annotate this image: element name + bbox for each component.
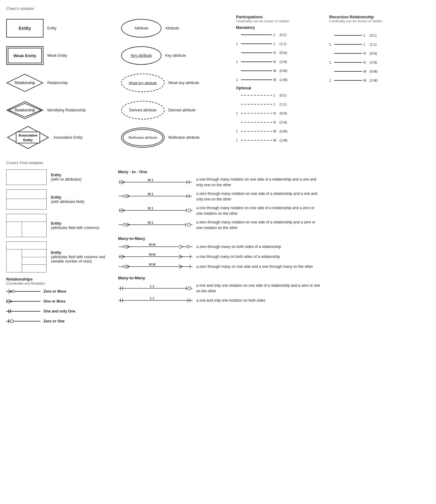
- svg-point-10: [12, 290, 15, 293]
- mandatory-label: Mandatory: [236, 25, 326, 30]
- mand-4: M (0:M): [236, 67, 326, 74]
- key-attribute-shape: Key attribute: [121, 46, 161, 65]
- mto-title: Many - to - One: [118, 169, 430, 174]
- oto-row-0: 1:1 a one and only one notation on one s…: [118, 283, 430, 294]
- cf-entity-no-attrs: Entity (with no attributes): [6, 169, 115, 185]
- recursive-title: Recursive Relationship: [329, 15, 416, 19]
- svg-line-36: [126, 194, 130, 196]
- mtm-desc-0: a zero through many on both sides of a r…: [196, 244, 281, 250]
- mto-desc-2: a one through many notation on one side …: [196, 205, 320, 216]
- chens-title: Chen's notation: [6, 6, 430, 11]
- svg-line-78: [121, 255, 125, 257]
- cf-entity-cols: Entity (attributes field with columns): [6, 214, 115, 237]
- mto-desc-1: a zero through many notation on one side…: [196, 191, 320, 202]
- associative-row: Associative Entity Associative Entity: [6, 124, 121, 151]
- zero-or-one-symbol: [6, 318, 40, 324]
- mtm-row-0: M:M a zero through many on both sides of…: [118, 243, 430, 250]
- crows-section: Crow's Foot notation Entity (with no att…: [6, 160, 430, 328]
- zero-or-one-label: Zero or One: [43, 319, 65, 323]
- opt-5: 1 M (1:M): [236, 137, 326, 144]
- cf-entity-varrows-desc: Entity (attributes field with columns an…: [51, 250, 115, 263]
- svg-text:M:M: M:M: [149, 253, 155, 256]
- one-or-more-symbol: [6, 298, 40, 304]
- mto-line-1: M:1: [118, 193, 193, 200]
- mtm-row-2: M:M a zero through many on one side and …: [118, 263, 430, 270]
- multivalue-row: Multivalue attribute Multivalue attribut…: [121, 124, 233, 151]
- entity-desc: Entity: [47, 26, 57, 30]
- zero-or-one: Zero or One: [6, 318, 115, 324]
- svg-text:M:1: M:1: [148, 207, 153, 210]
- attribute-desc: Attribute: [165, 26, 179, 30]
- crows-left: Entity (with no attributes) Entity (with…: [6, 169, 115, 328]
- cf-entity-no-attrs-desc: Entity (with no attributes): [51, 173, 82, 182]
- mand-3: 1 N (1:N): [236, 58, 326, 65]
- key-attribute-label: Key attribute: [131, 53, 152, 58]
- cf-entity-attrs: Entity (with attributes field): [6, 189, 115, 209]
- svg-line-57: [126, 225, 130, 227]
- svg-point-51: [188, 209, 191, 212]
- oto-desc-1: a one and only one notation on both side…: [196, 298, 266, 303]
- many-to-many-block: Many-to-Many M:M: [118, 236, 430, 270]
- mto-line-2: M:1: [118, 207, 193, 215]
- chens-attrs-col: Attribute Attribute Key attribute Key at…: [121, 15, 233, 151]
- opt-2: 1 N (0:N): [236, 110, 326, 117]
- svg-line-73: [179, 247, 183, 249]
- svg-text:M:M: M:M: [149, 263, 155, 266]
- chens-section: Chen's notation Entity Entity Weak Entit…: [6, 6, 430, 151]
- oto-title: Many-to-Many: [118, 276, 430, 280]
- relationships-section: Relationships (Cardinality and Modality)…: [6, 277, 115, 324]
- identifying-rel-row: Relationship Identifying Relationship: [6, 97, 121, 124]
- mtm-line-0: M:M: [118, 243, 193, 250]
- svg-text:Relationship: Relationship: [15, 81, 35, 85]
- cf-entity-cols-shape: [6, 214, 47, 237]
- recursive-sub: Cardinality can be shown or hidden: [329, 19, 416, 23]
- rec-2: N (0:N): [329, 50, 416, 57]
- weak-key-desc: Weak key attribute: [168, 81, 199, 85]
- key-attribute-row: Key attribute Key attribute: [121, 42, 233, 69]
- weak-entity-label: Weak Entity: [13, 53, 36, 58]
- svg-point-34: [123, 195, 125, 197]
- svg-text:1:1: 1:1: [150, 297, 154, 300]
- svg-line-85: [179, 257, 183, 259]
- mto-line-3: M:1: [118, 221, 193, 229]
- svg-line-25: [121, 180, 125, 182]
- svg-point-62: [187, 223, 190, 226]
- mtm-line-1: M:M: [118, 253, 193, 260]
- svg-point-105: [188, 287, 191, 290]
- derived-label: Derived attribute: [129, 108, 157, 112]
- mto-desc-0: a one through many notation on one side …: [196, 177, 320, 188]
- opt-0: 1 (0:1): [236, 92, 326, 99]
- zero-or-more-label: Zero or More: [43, 289, 66, 294]
- mto-line-0: M:1: [118, 179, 193, 186]
- oto-line-1: 1:1: [118, 297, 193, 304]
- one-to-one-block: Many-to-Many 1:1 a one and only one nota…: [118, 276, 430, 304]
- svg-line-44: [121, 209, 125, 210]
- entity-row: Entity Entity: [6, 15, 121, 42]
- crows-right: Many - to - One M:1: [118, 169, 430, 328]
- identifying-rel-shape: Relationship: [6, 101, 43, 119]
- optional-label: Optional: [236, 86, 326, 90]
- zero-or-more-symbol: [6, 288, 40, 295]
- cf-entity-attrs-desc: Entity (with attributes field): [51, 195, 84, 204]
- rec-0: 1 (0:1): [329, 32, 416, 39]
- entity-shape: Entity: [6, 19, 43, 38]
- mtm-title: Many-to-Many: [118, 236, 430, 241]
- svg-point-65: [123, 245, 125, 248]
- svg-line-91: [126, 265, 130, 267]
- opt-3: N (1:N): [236, 119, 326, 126]
- derived-shape: Derived attribute: [121, 101, 165, 119]
- identifying-rel-desc: Identifying Relationship: [47, 108, 86, 112]
- one-only-symbol: [6, 308, 40, 314]
- cf-entity-cols-desc: Entity (attributes field with columns): [51, 221, 99, 230]
- svg-line-72: [179, 245, 183, 247]
- derived-desc: Derived attribute: [168, 108, 196, 112]
- chens-shapes-col: Entity Entity Weak Entity Weak Entity Re…: [6, 15, 121, 151]
- zero-or-more: Zero or More: [6, 288, 115, 295]
- key-attribute-desc: Key attribute: [165, 53, 186, 58]
- mtm-line-2: M:M: [118, 263, 193, 270]
- svg-line-92: [126, 267, 130, 268]
- mand-5: 1 M (1:M): [236, 76, 326, 83]
- mto-row-1: M:1 a zero through many notation on one …: [118, 191, 430, 202]
- rel-subtitle: (Cardinality and Modality): [6, 281, 115, 285]
- many-to-one-block: Many - to - One M:1: [118, 169, 430, 231]
